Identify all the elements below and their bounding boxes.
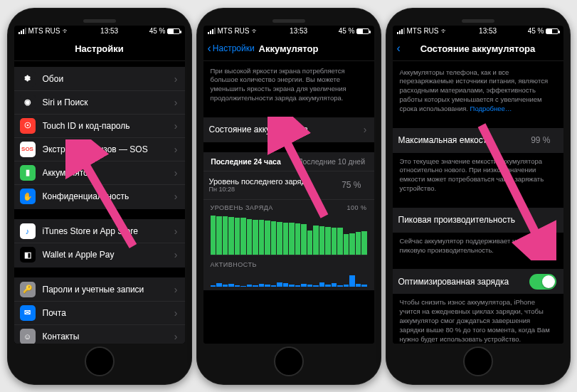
chevron-right-icon: › xyxy=(174,249,178,260)
phone-frame-3: MTS RUSᯤ 13:53 45 % ‹ Состояние аккумуля… xyxy=(386,8,571,385)
clock: 13:53 xyxy=(100,27,118,35)
siri-и-поиск-icon: ◉ xyxy=(20,95,36,110)
конфиденциальность-icon: ✋ xyxy=(20,189,36,204)
last-charge-row: Уровень последнего заряда Пн 10:28 75 % xyxy=(203,171,374,200)
usage-tabs: Последние 24 часа Последние 10 дней xyxy=(203,153,374,171)
page-title: Состояние аккумулятора xyxy=(420,43,536,54)
контакты-icon: ☺ xyxy=(20,329,36,344)
phone-speaker xyxy=(83,19,116,23)
home-button[interactable] xyxy=(274,346,304,376)
settings-row[interactable]: ✋Конфиденциальность› xyxy=(14,185,185,208)
home-button[interactable] xyxy=(463,346,493,376)
learn-more-link[interactable]: Подробнее… xyxy=(470,105,512,112)
chevron-right-icon: › xyxy=(174,191,178,202)
row-label: Touch ID и код-пароль xyxy=(43,121,174,131)
row-label: Аккумулятор xyxy=(43,168,174,178)
intro-note: Аккумуляторы телефона, как и все перезар… xyxy=(393,61,563,118)
home-button[interactable] xyxy=(85,346,115,376)
wifi-icon: ᯤ xyxy=(252,27,259,35)
optimized-charging-toggle[interactable] xyxy=(529,274,556,290)
tab-10d[interactable]: Последние 10 дней xyxy=(289,153,374,171)
settings-row[interactable]: ♪iTunes Store и App Store› xyxy=(14,220,185,243)
status-bar: MTS RUSᯤ 13:53 45 % xyxy=(393,26,563,37)
chevron-left-icon: ‹ xyxy=(397,43,401,54)
phone-frame-1: MTS RUSᯤ 13:53 45 % Настройки ✽Обои›◉Sir… xyxy=(7,8,192,385)
chevron-right-icon: › xyxy=(174,331,178,342)
phone-speaker xyxy=(462,19,494,23)
пароли-и-учетные-записи-icon: 🔑 xyxy=(20,282,36,297)
row-label: Почта xyxy=(43,308,174,318)
itunes-store-и-app-store-icon: ♪ xyxy=(20,223,36,239)
phone-frame-2: MTS RUSᯤ 13:53 45 % ‹Настройки Аккумулят… xyxy=(196,8,381,385)
navbar: ‹ Состояние аккумулятора xyxy=(393,37,563,61)
row-label: Siri и Поиск xyxy=(43,97,174,107)
battery-icon xyxy=(546,28,559,34)
wifi-icon: ᯤ xyxy=(441,27,448,35)
battery-health-row[interactable]: Состояние аккумулятора › xyxy=(203,118,374,142)
chevron-right-icon: › xyxy=(174,284,178,295)
chevron-right-icon: › xyxy=(364,124,367,135)
tab-24h[interactable]: Последние 24 часа xyxy=(203,153,289,171)
battery-icon xyxy=(356,28,369,34)
max-capacity-value: 99 % xyxy=(531,135,550,145)
brightness-note: При высокой яркости экрана потребляется … xyxy=(203,61,374,107)
почта-icon: ✉ xyxy=(20,305,36,321)
navbar: ‹Настройки Аккумулятор xyxy=(203,37,374,61)
settings-row[interactable]: 🔑Пароли и учетные записи› xyxy=(14,278,185,302)
max-capacity-row: Максимальная емкость 99 % xyxy=(393,129,563,152)
settings-row[interactable]: ◉Siri и Поиск› xyxy=(14,91,185,115)
optimized-charging-row: Оптимизированная зарядка xyxy=(393,270,563,293)
row-label: iTunes Store и App Store xyxy=(43,226,174,236)
max-capacity-note: Это текущее значение емкости аккумулятор… xyxy=(393,153,563,198)
settings-row[interactable]: SOSЭкстренный вызов — SOS› xyxy=(14,138,185,161)
charge-level-chart: УРОВЕНЬ ЗАРЯДА 100 % АКТИВНОСТЬ xyxy=(203,200,374,290)
row-label: Wallet и Apple Pay xyxy=(43,250,174,260)
chevron-left-icon: ‹ xyxy=(208,43,211,54)
optimized-charging-note: Чтобы снизить износ аккумулятора, iPhone… xyxy=(393,294,563,343)
chevron-right-icon: › xyxy=(174,144,178,155)
back-button[interactable]: ‹ xyxy=(397,43,401,54)
peak-performance-row: Пиковая производительность xyxy=(393,208,563,232)
page-title: Аккумулятор xyxy=(259,43,319,54)
phone-speaker xyxy=(272,19,305,23)
chevron-right-icon: › xyxy=(174,120,178,132)
settings-row[interactable]: ✽Обои› xyxy=(14,68,185,91)
row-label: Конфиденциальность xyxy=(43,191,174,201)
chevron-right-icon: › xyxy=(174,307,178,319)
last-charge-value: 75 % xyxy=(342,180,361,190)
аккумулятор-icon: ▮ xyxy=(20,165,36,181)
status-bar: MTS RUSᯤ 13:53 45 % xyxy=(14,26,185,37)
chevron-right-icon: › xyxy=(174,167,178,179)
chevron-right-icon: › xyxy=(174,97,178,108)
battery-icon xyxy=(167,28,180,34)
settings-row[interactable]: ☉Touch ID и код-пароль› xyxy=(14,115,185,138)
settings-row[interactable]: ◧Wallet и Apple Pay› xyxy=(14,243,185,267)
settings-row[interactable]: ✉Почта› xyxy=(14,302,185,325)
row-label: Контакты xyxy=(43,332,174,341)
back-button[interactable]: ‹Настройки xyxy=(208,43,255,54)
screen-settings: MTS RUSᯤ 13:53 45 % Настройки ✽Обои›◉Sir… xyxy=(14,26,185,344)
battery-percent: 45 % xyxy=(149,27,166,35)
screen-battery-health: MTS RUSᯤ 13:53 45 % ‹ Состояние аккумуля… xyxy=(393,26,563,344)
settings-row[interactable]: ☺Контакты› xyxy=(14,325,185,344)
peak-performance-note: Сейчас аккумулятор поддерживает нормальн… xyxy=(393,233,563,260)
row-label: Обои xyxy=(43,74,174,84)
row-label: Экстренный вызов — SOS xyxy=(43,144,174,154)
carrier-label: MTS RUS xyxy=(28,27,60,35)
screen-battery: MTS RUSᯤ 13:53 45 % ‹Настройки Аккумулят… xyxy=(203,26,374,344)
touch-id-и-код-пароль-icon: ☉ xyxy=(20,118,36,134)
chevron-right-icon: › xyxy=(174,226,178,237)
wifi-icon: ᯤ xyxy=(63,27,70,35)
navbar: Настройки xyxy=(14,37,185,61)
wallet-и-apple-pay-icon: ◧ xyxy=(20,247,36,263)
row-label: Пароли и учетные записи xyxy=(43,285,174,295)
settings-row[interactable]: ▮Аккумулятор› xyxy=(14,161,185,185)
обои-icon: ✽ xyxy=(20,71,36,87)
status-bar: MTS RUSᯤ 13:53 45 % xyxy=(203,26,374,37)
page-title: Настройки xyxy=(75,43,124,54)
экстренный-вызов-sos-icon: SOS xyxy=(20,142,36,157)
chevron-right-icon: › xyxy=(174,73,178,85)
